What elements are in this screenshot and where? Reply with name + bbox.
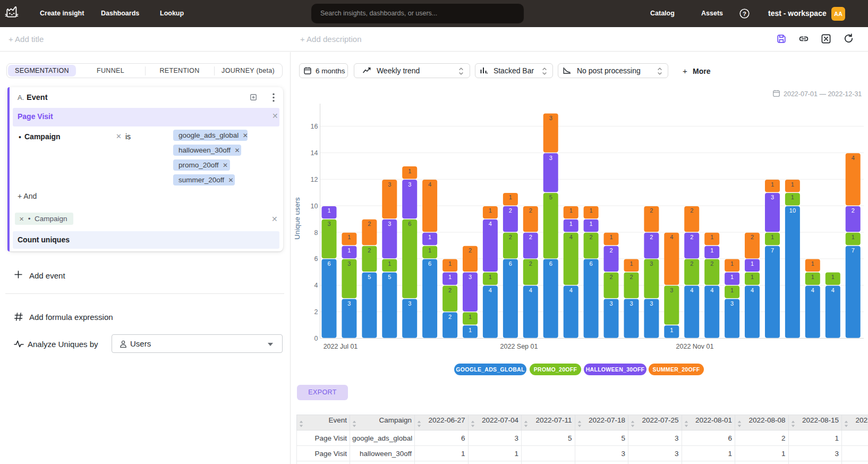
svg-text:2: 2 bbox=[529, 207, 532, 214]
svg-text:1: 1 bbox=[428, 234, 431, 240]
svg-text:4: 4 bbox=[314, 282, 318, 289]
svg-text:2: 2 bbox=[690, 207, 693, 214]
svg-text:1: 1 bbox=[590, 221, 593, 227]
svg-text:1: 1 bbox=[609, 234, 612, 240]
svg-text:2: 2 bbox=[314, 308, 318, 316]
svg-text:2: 2 bbox=[650, 234, 653, 240]
svg-text:1: 1 bbox=[428, 247, 431, 254]
svg-text:1: 1 bbox=[831, 274, 835, 280]
svg-text:1: 1 bbox=[489, 274, 492, 280]
svg-text:4: 4 bbox=[569, 287, 573, 293]
svg-text:2: 2 bbox=[629, 274, 633, 280]
svg-text:6: 6 bbox=[314, 255, 318, 263]
svg-text:4: 4 bbox=[489, 221, 492, 227]
svg-text:1: 1 bbox=[710, 247, 713, 254]
svg-text:1: 1 bbox=[791, 194, 794, 200]
svg-text:1: 1 bbox=[771, 234, 774, 240]
svg-text:6: 6 bbox=[590, 260, 593, 267]
svg-text:3: 3 bbox=[650, 260, 653, 267]
svg-text:6: 6 bbox=[408, 221, 411, 227]
svg-text:4: 4 bbox=[569, 234, 573, 240]
svg-text:1: 1 bbox=[489, 207, 492, 214]
svg-text:8: 8 bbox=[314, 229, 318, 237]
svg-text:1: 1 bbox=[448, 260, 452, 267]
svg-text:2022 Sep 01: 2022 Sep 01 bbox=[500, 343, 538, 350]
svg-text:2: 2 bbox=[609, 274, 612, 280]
svg-text:14: 14 bbox=[311, 149, 318, 157]
svg-text:3: 3 bbox=[408, 300, 411, 307]
svg-text:4: 4 bbox=[529, 287, 532, 293]
svg-text:3: 3 bbox=[670, 287, 673, 293]
svg-text:1: 1 bbox=[730, 274, 734, 280]
svg-text:?: ? bbox=[743, 11, 746, 17]
svg-text:3: 3 bbox=[347, 260, 351, 267]
svg-text:4: 4 bbox=[811, 287, 814, 293]
svg-text:2: 2 bbox=[529, 260, 532, 267]
svg-text:2: 2 bbox=[529, 234, 532, 240]
svg-text:2: 2 bbox=[609, 247, 612, 254]
svg-text:1: 1 bbox=[448, 274, 452, 280]
svg-text:2: 2 bbox=[509, 234, 512, 240]
svg-text:2: 2 bbox=[469, 247, 472, 254]
svg-text:3: 3 bbox=[650, 300, 653, 307]
svg-text:3: 3 bbox=[549, 115, 552, 121]
svg-text:1: 1 bbox=[590, 207, 593, 214]
svg-text:1: 1 bbox=[771, 181, 774, 188]
svg-text:10: 10 bbox=[311, 203, 318, 210]
svg-text:1: 1 bbox=[347, 234, 351, 240]
svg-text:6: 6 bbox=[509, 260, 512, 267]
svg-text:3: 3 bbox=[549, 155, 552, 161]
svg-text:4: 4 bbox=[690, 287, 693, 293]
svg-text:1: 1 bbox=[509, 194, 512, 200]
svg-text:3: 3 bbox=[730, 300, 734, 307]
svg-text:1: 1 bbox=[730, 287, 734, 293]
svg-text:4: 4 bbox=[489, 287, 492, 293]
svg-text:3: 3 bbox=[388, 221, 391, 227]
svg-text:2: 2 bbox=[650, 207, 653, 214]
svg-text:6: 6 bbox=[549, 260, 552, 267]
svg-text:16: 16 bbox=[311, 123, 318, 130]
svg-text:1: 1 bbox=[408, 168, 411, 174]
svg-text:2: 2 bbox=[590, 234, 593, 240]
svg-text:5: 5 bbox=[388, 274, 391, 280]
svg-text:4: 4 bbox=[751, 287, 754, 293]
svg-text:1: 1 bbox=[730, 260, 734, 267]
svg-text:2: 2 bbox=[368, 221, 371, 227]
svg-text:1: 1 bbox=[347, 247, 351, 254]
svg-text:1: 1 bbox=[811, 260, 814, 267]
svg-text:5: 5 bbox=[549, 194, 552, 200]
svg-text:7: 7 bbox=[852, 247, 855, 254]
svg-text:4: 4 bbox=[831, 287, 835, 293]
svg-text:5: 5 bbox=[368, 274, 371, 280]
svg-text:2: 2 bbox=[448, 287, 452, 293]
svg-text:1: 1 bbox=[710, 234, 713, 240]
svg-text:3: 3 bbox=[609, 300, 612, 307]
svg-text:1: 1 bbox=[751, 260, 754, 267]
svg-text:3: 3 bbox=[327, 221, 330, 227]
svg-text:1: 1 bbox=[751, 274, 754, 280]
svg-text:3: 3 bbox=[629, 300, 633, 307]
svg-text:2: 2 bbox=[751, 234, 754, 240]
svg-text:1: 1 bbox=[629, 260, 633, 267]
svg-text:6: 6 bbox=[327, 260, 330, 267]
svg-text:2: 2 bbox=[690, 234, 693, 240]
svg-text:3: 3 bbox=[408, 181, 411, 188]
svg-text:3: 3 bbox=[347, 300, 351, 307]
svg-text:1: 1 bbox=[569, 221, 573, 227]
svg-text:2022 Nov 01: 2022 Nov 01 bbox=[676, 343, 714, 350]
svg-text:2: 2 bbox=[690, 260, 693, 267]
svg-text:1: 1 bbox=[469, 314, 472, 320]
svg-text:1: 1 bbox=[811, 274, 814, 280]
svg-text:2: 2 bbox=[852, 207, 855, 214]
svg-text:2: 2 bbox=[448, 314, 452, 320]
svg-text:1: 1 bbox=[388, 260, 391, 267]
svg-text:1: 1 bbox=[327, 207, 330, 214]
svg-text:4: 4 bbox=[670, 234, 673, 240]
svg-text:2022 Jul 01: 2022 Jul 01 bbox=[324, 343, 358, 350]
svg-text:0: 0 bbox=[314, 335, 318, 342]
svg-text:3: 3 bbox=[469, 274, 472, 280]
svg-text:3: 3 bbox=[771, 194, 774, 200]
svg-text:Unique users: Unique users bbox=[293, 197, 301, 240]
svg-text:1: 1 bbox=[852, 234, 855, 240]
svg-text:7: 7 bbox=[771, 247, 774, 254]
